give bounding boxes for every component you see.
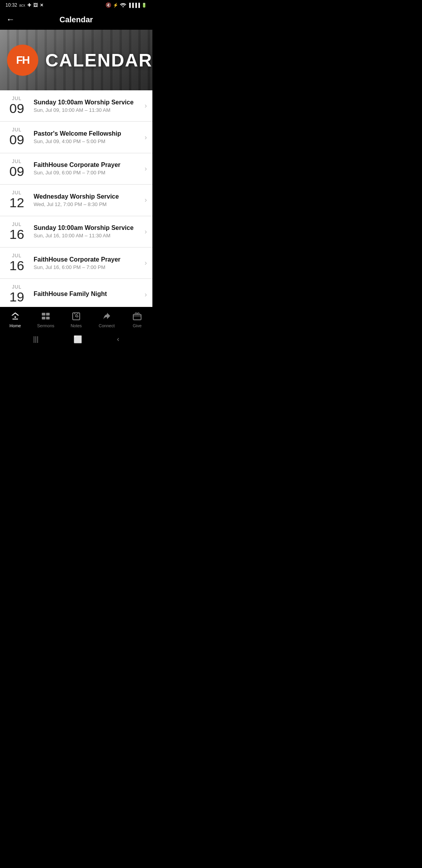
nav-notes[interactable]: Notes xyxy=(64,311,88,328)
nav-connect[interactable]: Connect xyxy=(95,311,118,328)
svg-rect-5 xyxy=(46,317,50,319)
event-info: Sunday 10:00am Worship Service Sun, Jul … xyxy=(28,99,145,113)
banner-logo: FH xyxy=(7,45,38,76)
home-icon xyxy=(10,311,21,322)
event-name: Pastor's Welcome Fellowship xyxy=(34,130,145,137)
banner: FH CALENDAR xyxy=(0,30,152,90)
event-day: 09 xyxy=(5,164,28,179)
banner-title: CALENDAR xyxy=(45,50,152,71)
event-item[interactable]: JUL 16 Sunday 10:00am Worship Service Su… xyxy=(0,216,152,247)
bottom-nav: Home Sermons Notes Connect xyxy=(0,307,152,331)
chevron-right-icon: › xyxy=(145,259,147,267)
android-menu-btn[interactable]: ||| xyxy=(33,335,39,343)
nav-sermons-label: Sermons xyxy=(37,323,54,328)
event-date: JUL 16 xyxy=(5,222,28,242)
nav-sermons[interactable]: Sermons xyxy=(34,311,57,328)
nav-home[interactable]: Home xyxy=(4,311,27,328)
event-date: JUL 12 xyxy=(5,190,28,210)
svg-point-0 xyxy=(122,6,123,7)
mute-icon: 🔇 xyxy=(106,2,111,8)
event-day: 09 xyxy=(5,101,28,116)
event-date: JUL 19 xyxy=(5,284,28,304)
event-month: JUL xyxy=(5,284,28,290)
status-bar: 10:32 acx ✚ 🖼 ✕ 🔇 ⚡ ▐▐▐▐ 🔋 xyxy=(0,0,152,9)
event-item[interactable]: JUL 19 FaithHouse Family Night › xyxy=(0,279,152,307)
status-time: 10:32 xyxy=(5,2,17,8)
give-icon xyxy=(132,311,143,322)
chevron-right-icon: › xyxy=(145,228,147,236)
chevron-right-icon: › xyxy=(145,133,147,142)
event-info: Pastor's Welcome Fellowship Sun, Jul 09,… xyxy=(28,130,145,144)
event-day: 09 xyxy=(5,133,28,147)
event-info: Sunday 10:00am Worship Service Sun, Jul … xyxy=(28,224,145,239)
event-day: 16 xyxy=(5,227,28,242)
android-nav: ||| ⬜ ‹ xyxy=(0,331,152,348)
event-month: JUL xyxy=(5,159,28,164)
nav-give-label: Give xyxy=(133,323,142,328)
top-bar: ← Calendar xyxy=(0,9,152,30)
event-date: JUL 09 xyxy=(5,96,28,116)
android-back-btn[interactable]: ‹ xyxy=(117,335,119,343)
nav-notes-label: Notes xyxy=(71,323,82,328)
event-info: FaithHouse Family Night xyxy=(28,291,145,299)
event-day: 19 xyxy=(5,290,28,304)
banner-logo-text: FH xyxy=(16,54,29,66)
event-name: Sunday 10:00am Worship Service xyxy=(34,99,145,106)
event-info: FaithHouse Corporate Prayer Sun, Jul 09,… xyxy=(28,161,145,176)
sermons-icon xyxy=(40,311,51,322)
event-time: Sun, Jul 16, 10:00 AM – 11:30 AM xyxy=(34,233,145,239)
page-title: Calendar xyxy=(20,15,133,24)
acx-icon: acx xyxy=(19,3,25,7)
event-date: JUL 09 xyxy=(5,127,28,147)
connect-icon xyxy=(101,311,112,322)
event-item[interactable]: JUL 09 Sunday 10:00am Worship Service Su… xyxy=(0,90,152,122)
event-info: Wednesday Worship Service Wed, Jul 12, 7… xyxy=(28,193,145,207)
event-month: JUL xyxy=(5,127,28,133)
event-name: FaithHouse Family Night xyxy=(34,291,145,298)
chevron-right-icon: › xyxy=(145,291,147,299)
event-month: JUL xyxy=(5,96,28,101)
event-month: JUL xyxy=(5,253,28,258)
event-name: Sunday 10:00am Worship Service xyxy=(34,224,145,231)
wifi-icon xyxy=(120,3,126,7)
svg-rect-7 xyxy=(133,314,141,320)
event-month: JUL xyxy=(5,222,28,227)
svg-point-1 xyxy=(14,316,16,318)
svg-rect-2 xyxy=(42,313,45,316)
event-item[interactable]: JUL 09 FaithHouse Corporate Prayer Sun, … xyxy=(0,153,152,185)
event-time: Sun, Jul 16, 6:00 PM – 7:00 PM xyxy=(34,264,145,270)
nav-give[interactable]: Give xyxy=(125,311,149,328)
status-left: 10:32 acx ✚ 🖼 ✕ xyxy=(5,2,43,8)
event-time: Sun, Jul 09, 4:00 PM – 5:00 PM xyxy=(34,138,145,144)
android-home-btn[interactable]: ⬜ xyxy=(73,335,82,344)
event-day: 16 xyxy=(5,258,28,273)
event-date: JUL 09 xyxy=(5,159,28,179)
notes-icon xyxy=(71,311,82,322)
event-name: Wednesday Worship Service xyxy=(34,193,145,200)
event-day: 12 xyxy=(5,195,28,210)
image-icon: 🖼 xyxy=(33,2,38,8)
event-info: FaithHouse Corporate Prayer Sun, Jul 16,… xyxy=(28,256,145,270)
chevron-right-icon: › xyxy=(145,165,147,173)
chevron-right-icon: › xyxy=(145,102,147,110)
event-date: JUL 16 xyxy=(5,253,28,273)
x-icon: ✕ xyxy=(40,3,43,8)
chevron-right-icon: › xyxy=(145,196,147,204)
cross-icon: ✚ xyxy=(27,2,31,8)
event-name: FaithHouse Corporate Prayer xyxy=(34,256,145,263)
nav-connect-label: Connect xyxy=(99,323,115,328)
signal-icon: ▐▐▐▐ xyxy=(128,3,140,7)
event-item[interactable]: JUL 09 Pastor's Welcome Fellowship Sun, … xyxy=(0,122,152,153)
nav-home-label: Home xyxy=(9,323,21,328)
event-time: Sun, Jul 09, 10:00 AM – 11:30 AM xyxy=(34,107,145,113)
event-list: JUL 09 Sunday 10:00am Worship Service Su… xyxy=(0,90,152,307)
svg-rect-3 xyxy=(46,313,50,316)
event-time: Wed, Jul 12, 7:00 PM – 8:30 PM xyxy=(34,201,145,207)
event-name: FaithHouse Corporate Prayer xyxy=(34,161,145,169)
event-item[interactable]: JUL 16 FaithHouse Corporate Prayer Sun, … xyxy=(0,247,152,279)
status-right: 🔇 ⚡ ▐▐▐▐ 🔋 xyxy=(106,2,147,8)
battery-charge-icon: ⚡ xyxy=(113,3,118,8)
event-month: JUL xyxy=(5,190,28,195)
back-button[interactable]: ← xyxy=(6,15,15,24)
event-item[interactable]: JUL 12 Wednesday Worship Service Wed, Ju… xyxy=(0,185,152,216)
